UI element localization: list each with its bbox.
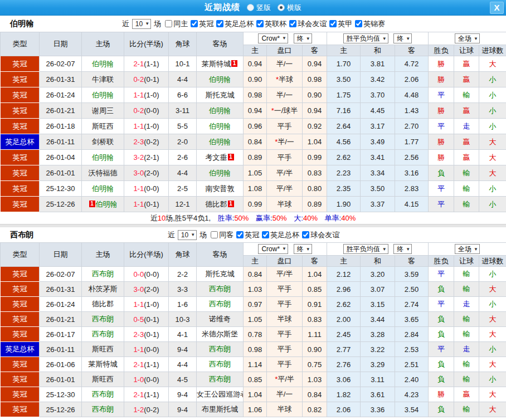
league-checkbox[interactable] bbox=[329, 20, 337, 27]
away-team-name: 伯明翰 bbox=[209, 106, 231, 115]
league-checkbox[interactable] bbox=[302, 231, 309, 238]
league-checkbox[interactable] bbox=[191, 20, 198, 27]
avg-away-win: 3.59 bbox=[395, 267, 429, 282]
final-odds-select[interactable]: 终▼ bbox=[294, 244, 312, 254]
horizontal-layout-label[interactable]: 横版 bbox=[287, 3, 301, 13]
fulltime-score: 1-0 bbox=[133, 375, 144, 384]
avg-odds-select[interactable]: 胜平负均值▼ bbox=[343, 244, 388, 254]
home-team-name: 西布朗 bbox=[92, 390, 114, 398]
bookmaker-select[interactable]: Crow*▼ bbox=[258, 33, 288, 43]
same-venue-checkbox[interactable] bbox=[211, 231, 218, 238]
avg-draw: 4.45 bbox=[361, 103, 395, 119]
result-goals: 小 bbox=[479, 267, 506, 282]
home-odds: 1.05 bbox=[244, 165, 267, 181]
bookmaker-select[interactable]: Crow*▼ bbox=[258, 244, 288, 254]
result-goals: 大 bbox=[479, 134, 506, 150]
match-row: 英冠26-01-06莱斯特城2-1(1-1)4-4西布朗1.14平手0.752.… bbox=[1, 357, 506, 372]
col-corner: 角球 bbox=[169, 243, 197, 267]
col-score: 比分(半场) bbox=[124, 243, 169, 267]
league-filter[interactable]: 球会友谊 bbox=[289, 19, 327, 29]
result-handicap: 贏 bbox=[454, 150, 479, 165]
away-odds: 0.83 bbox=[303, 312, 327, 327]
league-filter[interactable]: 英足总杯 bbox=[262, 230, 299, 240]
match-row: 英冠26-01-24伯明翰1-1(1-0)6-6斯托克城0.98半/一0.901… bbox=[1, 87, 506, 103]
home-team-name: 德比郡 bbox=[92, 300, 114, 308]
final-odds-select[interactable]: 终▼ bbox=[294, 33, 312, 43]
handicap-label: 半/一 bbox=[278, 138, 294, 146]
score: 1-2(0-2) bbox=[124, 402, 169, 417]
league-filter[interactable]: 英锦赛 bbox=[355, 19, 385, 29]
league-filter[interactable]: 英联杯 bbox=[256, 19, 286, 29]
league-filter[interactable]: 英冠 bbox=[191, 19, 213, 29]
col-avg-away: 客 bbox=[395, 256, 429, 267]
avg-draw: 3.34 bbox=[361, 165, 395, 181]
final-odds-select[interactable]: 终▼ bbox=[393, 33, 412, 43]
home-team: 伯明翰 bbox=[82, 56, 124, 72]
handicap-label: 平手 bbox=[278, 330, 292, 338]
league-label: 英冠 bbox=[199, 19, 213, 29]
handicap-label: 平/半 bbox=[276, 270, 293, 278]
league-checkbox[interactable] bbox=[262, 231, 269, 238]
same-venue-filter[interactable]: 同客 bbox=[211, 230, 233, 240]
league-filter[interactable]: 球会友谊 bbox=[302, 230, 339, 240]
vertical-layout-radio[interactable] bbox=[247, 4, 254, 11]
horizontal-layout-radio[interactable] bbox=[278, 4, 285, 11]
match-date: 26-02-07 bbox=[40, 267, 82, 282]
league-checkbox[interactable] bbox=[355, 20, 362, 27]
competition-type: 英冠 bbox=[1, 150, 40, 165]
section-header: 西布朗 近10▼场同客英冠英足总杯球会友谊 bbox=[0, 227, 506, 242]
match-count-select[interactable]: 10▼ bbox=[132, 19, 151, 29]
handicap-label: 平手 bbox=[278, 300, 292, 308]
handicap-label: 半/一 bbox=[276, 91, 293, 99]
result-wdl: 負 bbox=[429, 312, 454, 327]
avg-draw: 3.41 bbox=[361, 150, 395, 165]
final-odds-select[interactable]: 终▼ bbox=[393, 244, 412, 254]
halftime-score: (0-2) bbox=[144, 406, 159, 414]
league-filter[interactable]: 英足总杯 bbox=[216, 19, 254, 29]
col-result-handicap: 让球 bbox=[454, 45, 479, 56]
away-odds: 0.98 bbox=[303, 72, 327, 87]
match-row: 英冠26-01-01斯旺西1-0(0-0)4-5西布朗0.85*平/半1.033… bbox=[1, 372, 506, 387]
home-odds: 0.85 bbox=[244, 372, 267, 387]
result-goals: 大 bbox=[479, 282, 506, 297]
avg-away-win: 4.72 bbox=[395, 56, 429, 72]
close-icon[interactable]: X bbox=[490, 2, 504, 14]
record-rows: 英冠26-02-07伯明翰2-1(1-1)10-1莱斯特城10.94半/一0.9… bbox=[1, 56, 506, 212]
away-team-name: 西布朗 bbox=[209, 345, 231, 353]
red-card-badge: 1 bbox=[89, 201, 95, 207]
avg-odds-select[interactable]: 胜平负均值▼ bbox=[343, 33, 388, 43]
score: 1-1(1-0) bbox=[124, 119, 169, 134]
scope-select[interactable]: 全场▼ bbox=[455, 244, 480, 254]
corners: 6-6 bbox=[169, 87, 197, 103]
same-venue-checkbox[interactable] bbox=[165, 20, 172, 27]
result-goals: 小 bbox=[479, 342, 506, 357]
league-filter[interactable]: 英甲 bbox=[329, 19, 352, 29]
avg-draw: 3.49 bbox=[361, 134, 395, 150]
home-team: 剑桥联 bbox=[82, 134, 124, 150]
league-checkbox[interactable] bbox=[236, 231, 244, 238]
match-row: 英冠26-01-31牛津联0-2(0-1)4-4伯明翰0.90*半球0.983.… bbox=[1, 72, 506, 87]
competition-label: 英足总杯 bbox=[6, 345, 35, 353]
away-team: 西布朗 bbox=[197, 342, 244, 357]
match-row: 英冠26-02-07伯明翰2-1(1-1)10-1莱斯特城10.94半/一0.9… bbox=[1, 56, 506, 72]
match-count-select[interactable]: 10▼ bbox=[178, 230, 197, 240]
same-venue-filter[interactable]: 同主 bbox=[165, 19, 188, 29]
score: 2-3(0-1) bbox=[124, 327, 169, 342]
away-odds: 1.03 bbox=[303, 372, 327, 387]
league-checkbox[interactable] bbox=[289, 20, 296, 27]
fulltime-score: 2-3 bbox=[133, 330, 144, 339]
home-odds: 1.03 bbox=[244, 282, 267, 297]
league-label: 英足总杯 bbox=[225, 19, 254, 29]
league-checkbox[interactable] bbox=[256, 20, 264, 27]
avg-away-win: 2.70 bbox=[395, 119, 429, 134]
result-goals: 小 bbox=[479, 87, 506, 103]
dropdown-arrow-icon: ▼ bbox=[282, 36, 286, 41]
league-checkbox[interactable] bbox=[216, 20, 223, 27]
league-filter[interactable]: 英冠 bbox=[236, 230, 259, 240]
league-label: 英冠 bbox=[245, 230, 259, 240]
scope-select[interactable]: 全场▼ bbox=[455, 33, 480, 43]
avg-home-win: 2.64 bbox=[327, 119, 361, 134]
vertical-layout-label[interactable]: 竖版 bbox=[256, 3, 271, 13]
avg-away-win: 3.16 bbox=[395, 165, 429, 181]
stat-label: 大: bbox=[294, 214, 303, 222]
